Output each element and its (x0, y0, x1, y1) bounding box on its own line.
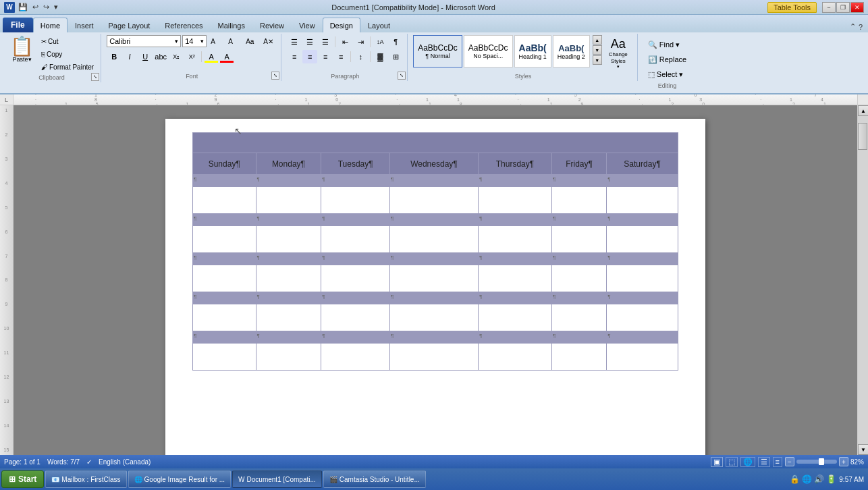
redo-quick-btn[interactable]: ↪ (42, 3, 51, 11)
font-size-input[interactable]: 14 ▾ (182, 35, 207, 47)
w2-thu-bottom[interactable] (478, 226, 551, 253)
scroll-thumb[interactable] (858, 123, 867, 150)
taskbar-camtasia[interactable]: 🎬 Camtasia Studio - Untitle... (323, 470, 426, 488)
customize-quick-btn[interactable]: ▾ (53, 3, 59, 11)
font-name-dropdown[interactable]: ▾ (175, 38, 178, 45)
w1-mon-top[interactable]: ¶ (256, 175, 321, 187)
document-scroll-area[interactable]: ↖ Sunday¶ Monday¶ Tuesday¶ Wednesday¶ Th… (13, 105, 857, 455)
w3-sat-bottom[interactable] (607, 265, 678, 292)
w5-tue-bottom[interactable] (321, 344, 390, 371)
subscript-button[interactable]: X₂ (169, 50, 184, 63)
tab-mailings[interactable]: Mailings (211, 18, 252, 32)
underline-button[interactable]: U (138, 50, 153, 63)
w5-thu-bottom[interactable] (478, 344, 551, 371)
shading-button[interactable]: ▓ (373, 50, 387, 63)
align-right-button[interactable]: ≡ (318, 50, 333, 63)
highlight-button[interactable]: A (204, 50, 219, 63)
inc-indent-button[interactable]: ⇥ (353, 35, 368, 49)
font-grow-button[interactable]: A (208, 35, 224, 47)
w1-tue-top[interactable]: ¶ (321, 175, 390, 187)
align-center-button[interactable]: ≡ (302, 50, 317, 63)
w4-fri-top[interactable]: ¶ (551, 292, 606, 304)
w5-fri-top[interactable]: ¶ (551, 331, 606, 344)
col-sunday[interactable]: Sunday¶ (193, 153, 256, 175)
draft-btn[interactable]: ≡ (773, 457, 782, 467)
w2-thu-top[interactable]: ¶ (478, 214, 551, 226)
w3-sun-bottom[interactable] (193, 265, 256, 292)
close-button[interactable]: ✕ (850, 2, 864, 13)
w5-fri-bottom[interactable] (551, 344, 606, 371)
tab-review[interactable]: Review (252, 18, 292, 32)
w4-tue-bottom[interactable] (321, 304, 390, 331)
w2-tue-bottom[interactable] (321, 226, 390, 253)
w5-sat-bottom[interactable] (607, 344, 678, 371)
copy-button[interactable]: ⎘ Copy (38, 48, 97, 60)
w5-thu-top[interactable]: ¶ (478, 331, 551, 344)
w3-tue-bottom[interactable] (321, 265, 390, 292)
w2-sat-bottom[interactable] (607, 226, 678, 253)
w5-wed-top[interactable]: ¶ (390, 331, 479, 344)
scroll-up-button[interactable]: ▲ (858, 105, 868, 116)
w4-sun-bottom[interactable] (193, 304, 256, 331)
ruler-corner-icon[interactable]: L (0, 94, 13, 105)
w4-sat-bottom[interactable] (607, 304, 678, 331)
w5-sat-top[interactable]: ¶ (607, 331, 678, 344)
tab-insert[interactable]: Insert (67, 18, 101, 32)
w2-mon-bottom[interactable] (256, 226, 321, 253)
w4-wed-top[interactable]: ¶ (390, 292, 479, 304)
zoom-slider[interactable] (796, 460, 837, 464)
w5-wed-bottom[interactable] (390, 344, 479, 371)
style-no-spacing[interactable]: AaBbCcDc No Spaci... (464, 35, 513, 67)
start-button[interactable]: ⊞ Start (1, 470, 44, 488)
language-indicator[interactable]: English (Canada) (99, 458, 151, 466)
w4-wed-bottom[interactable] (390, 304, 479, 331)
tab-home[interactable]: Home (33, 18, 67, 32)
font-shrink-button[interactable]: A (225, 35, 242, 47)
w4-sat-top[interactable]: ¶ (607, 292, 678, 304)
dec-indent-button[interactable]: ⇤ (337, 35, 352, 49)
w5-tue-top[interactable]: ¶ (321, 331, 390, 344)
w4-tue-top[interactable]: ¶ (321, 292, 390, 304)
borders-button[interactable]: ⊞ (388, 50, 403, 63)
w2-wed-bottom[interactable] (390, 226, 479, 253)
undo-quick-btn[interactable]: ↩ (31, 3, 40, 11)
paste-button[interactable]: 📋 Paste ▾ (7, 35, 37, 65)
ribbon-collapse-btn[interactable]: ⌃ (850, 22, 856, 31)
bold-button[interactable]: B (107, 50, 121, 63)
w4-fri-bottom[interactable] (551, 304, 606, 331)
w5-sun-bottom[interactable] (193, 344, 256, 371)
w3-tue-top[interactable]: ¶ (321, 253, 390, 265)
styles-scroll-down[interactable]: ▼ (593, 45, 602, 55)
w5-mon-top[interactable]: ¶ (256, 331, 321, 344)
col-wednesday[interactable]: Wednesday¶ (390, 153, 479, 175)
w1-tue-bottom[interactable] (321, 187, 390, 214)
w1-fri-bottom[interactable] (551, 187, 606, 214)
w2-wed-top[interactable]: ¶ (390, 214, 479, 226)
font-expand-btn[interactable]: ⤡ (271, 72, 279, 80)
w3-mon-bottom[interactable] (256, 265, 321, 292)
bullets-button[interactable]: ☰ (287, 35, 302, 49)
tab-view[interactable]: View (292, 18, 323, 32)
w2-fri-bottom[interactable] (551, 226, 606, 253)
styles-scroll-up[interactable]: ▲ (593, 35, 602, 45)
web-layout-btn[interactable]: 🌐 (740, 457, 755, 467)
col-friday[interactable]: Friday¶ (551, 153, 606, 175)
italic-button[interactable]: I (122, 50, 137, 63)
minimize-button[interactable]: − (822, 2, 836, 13)
w4-mon-bottom[interactable] (256, 304, 321, 331)
w4-sun-top[interactable]: ¶ (193, 292, 256, 304)
clipboard-expand-btn[interactable]: ⤡ (91, 73, 99, 81)
w4-thu-bottom[interactable] (478, 304, 551, 331)
w3-thu-bottom[interactable] (478, 265, 551, 292)
w3-sat-top[interactable]: ¶ (607, 253, 678, 265)
w2-sun-bottom[interactable] (193, 226, 256, 253)
w2-sat-top[interactable]: ¶ (607, 214, 678, 226)
scroll-down-button[interactable]: ▼ (858, 444, 868, 455)
w1-wed-top[interactable]: ¶ (390, 175, 479, 187)
spell-check-icon[interactable]: ✓ (86, 458, 92, 466)
select-button[interactable]: ⬚ Select ▾ (643, 67, 688, 81)
sort-button[interactable]: ↕A (373, 35, 387, 49)
taskbar-mailbox[interactable]: 📧 Mailbox : FirstClass (45, 470, 126, 488)
zoom-out-button[interactable]: − (785, 457, 794, 466)
outline-btn[interactable]: ☰ (758, 457, 770, 467)
